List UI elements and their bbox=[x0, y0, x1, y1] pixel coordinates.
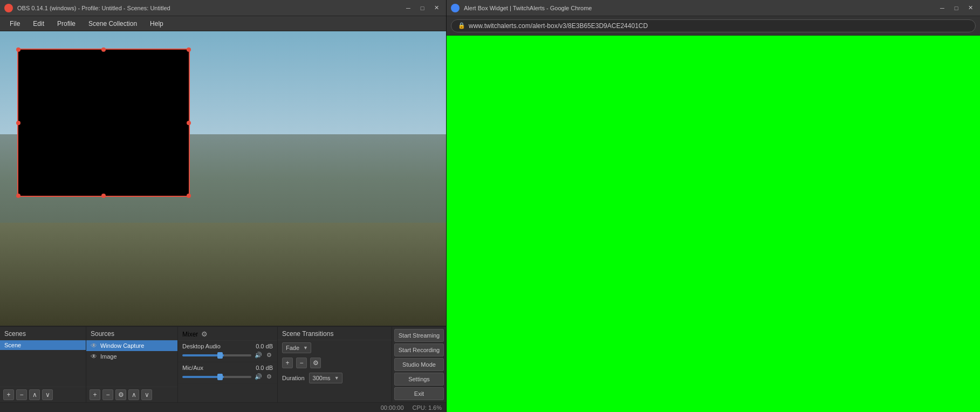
mixer-desktop-slider[interactable] bbox=[182, 354, 251, 356]
obs-maximize-button[interactable]: □ bbox=[417, 3, 428, 13]
source-1-label: Image bbox=[100, 353, 117, 360]
obs-time: 00:00:00 bbox=[381, 404, 404, 411]
duration-select[interactable]: 300ms bbox=[309, 373, 342, 383]
menu-scene-collection[interactable]: Scene Collection bbox=[83, 18, 142, 30]
handle-tl[interactable] bbox=[16, 47, 20, 52]
obs-minimize-button[interactable]: ─ bbox=[403, 3, 414, 13]
source-0-eye-icon[interactable]: 👁 bbox=[91, 342, 97, 349]
obs-bottom-panel: Scenes Scene + − ∧ ∨ Sources 👁 Window C bbox=[0, 326, 446, 412]
chrome-title-left: Alert Box Widget | TwitchAlerts - Google… bbox=[451, 4, 592, 12]
sources-up-button[interactable]: ∧ bbox=[128, 389, 139, 400]
chrome-url-bar[interactable]: 🔒 www.twitchalerts.com/alert-box/v3/8E3B… bbox=[451, 19, 976, 32]
obs-preview bbox=[0, 31, 446, 326]
menu-edit[interactable]: Edit bbox=[28, 18, 50, 30]
obs-app-icon bbox=[4, 4, 13, 12]
mixer-mic-label: Mic/Aux bbox=[182, 365, 203, 371]
sources-remove-button[interactable]: − bbox=[102, 389, 113, 400]
obs-status-bar: 00:00:00 CPU: 1.6% bbox=[0, 402, 446, 412]
sources-settings-button[interactable]: ⚙ bbox=[115, 389, 126, 400]
handle-mr[interactable] bbox=[187, 121, 191, 125]
mixer-desktop-settings[interactable]: ⚙ bbox=[265, 351, 273, 360]
settings-button[interactable]: Settings bbox=[394, 373, 444, 386]
transitions-add-button[interactable]: + bbox=[282, 358, 293, 368]
handle-bm[interactable] bbox=[101, 194, 106, 198]
mixer-section: Mixer ⚙ Desktop Audio 0.0 dB 🔊 ⚙ bbox=[178, 327, 278, 402]
sources-down-button[interactable]: ∨ bbox=[141, 389, 152, 400]
menu-file[interactable]: File bbox=[4, 18, 25, 30]
chrome-omnibar: 🔒 www.twitchalerts.com/alert-box/v3/8E3B… bbox=[447, 16, 980, 36]
menu-profile[interactable]: Profile bbox=[52, 18, 81, 30]
obs-cpu: CPU: 1.6% bbox=[413, 404, 442, 411]
sources-add-button[interactable]: + bbox=[90, 389, 100, 400]
transitions-section: Scene Transitions Fade + − ⚙ Duration bbox=[278, 327, 392, 402]
scenes-list: Scene bbox=[0, 340, 86, 387]
mixer-row-0: Desktop Audio 0.0 dB 🔊 ⚙ bbox=[178, 341, 277, 362]
start-streaming-button[interactable]: Start Streaming bbox=[394, 329, 444, 342]
source-1-eye-icon[interactable]: 👁 bbox=[91, 353, 97, 360]
scenes-down-button[interactable]: ∨ bbox=[42, 389, 53, 400]
mixer-row-1-header: Mic/Aux 0.0 dB bbox=[182, 365, 273, 371]
mixer-row-1: Mic/Aux 0.0 dB 🔊 ⚙ bbox=[178, 362, 277, 384]
scenes-remove-button[interactable]: − bbox=[16, 389, 27, 400]
titlebar-left: OBS 0.14.1 (windows) - Profile: Untitled… bbox=[4, 4, 170, 12]
chrome-window-controls: ─ □ ✕ bbox=[937, 3, 976, 13]
obs-window: OBS 0.14.1 (windows) - Profile: Untitled… bbox=[0, 0, 447, 412]
controls-section: Start Streaming Start Recording Studio M… bbox=[392, 327, 446, 402]
handle-bl[interactable] bbox=[16, 194, 20, 198]
sources-list: 👁 Window Capture 👁 Image bbox=[86, 340, 177, 387]
mixer-mic-thumb[interactable] bbox=[217, 374, 223, 380]
mixer-mic-db: 0.0 dB bbox=[256, 365, 273, 371]
mixer-row-0-header: Desktop Audio 0.0 dB bbox=[182, 343, 273, 349]
mixer-row-1-controls: 🔊 ⚙ bbox=[182, 372, 273, 381]
chrome-close-button[interactable]: ✕ bbox=[965, 3, 976, 13]
mixer-label: Mixer bbox=[182, 331, 198, 338]
source-0-label: Window Capture bbox=[100, 342, 144, 349]
chrome-window: Alert Box Widget | TwitchAlerts - Google… bbox=[447, 0, 980, 412]
obs-menu-bar: File Edit Profile Scene Collection Help bbox=[0, 16, 446, 31]
handle-br[interactable] bbox=[187, 194, 191, 198]
game-background bbox=[0, 31, 446, 326]
handle-tr[interactable] bbox=[187, 47, 191, 52]
studio-mode-button[interactable]: Studio Mode bbox=[394, 358, 444, 371]
exit-button[interactable]: Exit bbox=[394, 387, 444, 400]
capture-overlay[interactable] bbox=[17, 49, 190, 197]
obs-close-button[interactable]: ✕ bbox=[431, 3, 442, 13]
chrome-app-icon bbox=[451, 4, 460, 12]
chrome-minimize-button[interactable]: ─ bbox=[937, 3, 948, 13]
menu-help[interactable]: Help bbox=[145, 18, 169, 30]
bottom-sections: Scenes Scene + − ∧ ∨ Sources 👁 Window C bbox=[0, 327, 446, 402]
scenes-add-button[interactable]: + bbox=[3, 389, 14, 400]
mixer-desktop-thumb[interactable] bbox=[217, 352, 223, 359]
scenes-header: Scenes bbox=[0, 327, 86, 340]
transition-duration-row: Duration 300ms bbox=[278, 370, 392, 386]
source-item-0[interactable]: 👁 Window Capture bbox=[86, 340, 177, 351]
mixer-desktop-db: 0.0 dB bbox=[256, 343, 273, 349]
obs-window-controls: ─ □ ✕ bbox=[403, 3, 442, 13]
sources-footer: + − ⚙ ∧ ∨ bbox=[86, 387, 177, 402]
mixer-settings-icon[interactable]: ⚙ bbox=[201, 330, 208, 338]
mixer-desktop-mute[interactable]: 🔊 bbox=[253, 351, 263, 360]
mixer-header: Mixer ⚙ bbox=[178, 327, 277, 341]
handle-tm[interactable] bbox=[101, 47, 106, 52]
mixer-desktop-label: Desktop Audio bbox=[182, 343, 221, 349]
chrome-url-text[interactable]: www.twitchalerts.com/alert-box/v3/8E3B65… bbox=[469, 22, 648, 30]
mixer-mic-settings[interactable]: ⚙ bbox=[265, 372, 273, 381]
game-ground bbox=[0, 223, 446, 326]
chrome-maximize-button[interactable]: □ bbox=[951, 3, 962, 13]
transitions-settings-button[interactable]: ⚙ bbox=[310, 358, 321, 368]
fade-select-wrapper: Fade bbox=[282, 342, 311, 353]
transitions-remove-button[interactable]: − bbox=[296, 358, 307, 368]
scenes-footer: + − ∧ ∨ bbox=[0, 387, 86, 402]
duration-select-wrapper: 300ms bbox=[309, 373, 342, 383]
mixer-mic-mute[interactable]: 🔊 bbox=[253, 372, 263, 381]
lock-icon: 🔒 bbox=[458, 22, 465, 29]
transition-controls: + − ⚙ bbox=[278, 355, 392, 370]
start-recording-button[interactable]: Start Recording bbox=[394, 344, 444, 356]
scene-item-0[interactable]: Scene bbox=[0, 340, 86, 350]
source-item-1[interactable]: 👁 Image bbox=[86, 351, 177, 362]
transition-type-select[interactable]: Fade bbox=[282, 342, 311, 353]
mixer-mic-slider[interactable] bbox=[182, 376, 251, 378]
handle-ml[interactable] bbox=[16, 121, 20, 125]
sources-section: Sources 👁 Window Capture 👁 Image + − ⚙ bbox=[86, 327, 178, 402]
scenes-up-button[interactable]: ∧ bbox=[29, 389, 40, 400]
